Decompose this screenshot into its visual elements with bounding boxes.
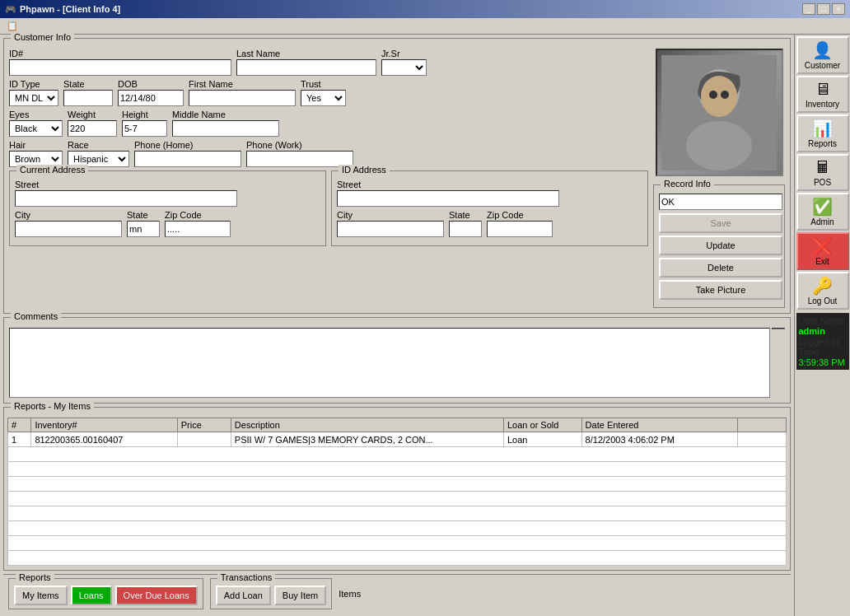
col-extra (737, 418, 786, 432)
reports-panel-title: Reports - My Items (11, 401, 94, 411)
addr-state-field: State (127, 210, 160, 237)
reports-bottom-title: Reports (16, 572, 54, 582)
scrollbar[interactable] (772, 328, 785, 329)
col-num: # (8, 418, 31, 432)
table-row[interactable]: 1 812200365.00160407 PSII W/ 7 GAMES|3 M… (8, 432, 787, 447)
id-zip-field: Zip Code (487, 210, 553, 237)
logout-sidebar-btn[interactable]: 🔑 Log Out (796, 272, 849, 310)
id-input[interactable] (9, 59, 231, 76)
record-info-panel: Record Info Save Update Delete Take Pict… (653, 184, 785, 308)
dob-field: DOB (118, 79, 184, 106)
logout-icon: 🔑 (812, 276, 833, 296)
content-area: Customer Info ID# Last Name (0, 35, 794, 616)
minimize-btn[interactable]: _ (802, 3, 815, 15)
eyes-row: Eyes Black Blue Brown Green Hazel Weight (9, 110, 648, 137)
phone-home-input[interactable] (134, 151, 241, 167)
pos-sidebar-btn[interactable]: 🖩 POS (796, 154, 849, 191)
street-field: Street (15, 180, 320, 207)
phone-home-field: Phone (Home) (134, 140, 241, 167)
cell-loan: Loan (503, 432, 581, 447)
id-street-field: Street (337, 180, 642, 207)
col-date: Date Entered (581, 418, 737, 432)
add-loan-button[interactable]: Add Loan (216, 586, 271, 605)
inventory-icon: 🖥 (815, 80, 831, 99)
cell-description: PSII W/ 7 GAMES|3 MEMORY CARDS, 2 CON... (231, 432, 503, 447)
id-zip-input[interactable] (487, 221, 553, 237)
jr-sr-field: Jr.Sr Jr Sr (381, 49, 427, 76)
id-state-input[interactable] (449, 221, 482, 237)
close-btn[interactable]: × (832, 3, 845, 15)
phone-work-input[interactable] (246, 151, 353, 167)
items-label: Items (339, 589, 361, 599)
middle-name-input[interactable] (172, 120, 279, 137)
customer-sidebar-btn[interactable]: 👤 Customer (796, 36, 849, 74)
table-row (8, 551, 787, 566)
idtype-row: ID Type MN DL State DOB (9, 79, 648, 106)
first-name-input[interactable] (189, 90, 296, 106)
loans-button[interactable]: Loans (71, 586, 112, 605)
customer-icon: 👤 (812, 40, 833, 60)
col-loan: Loan or Sold (503, 418, 581, 432)
weight-field: Weight (68, 110, 117, 137)
take-picture-button[interactable]: Take Picture (659, 280, 782, 300)
id-address-panel: ID Address Street City (331, 170, 648, 246)
id-type-select[interactable]: MN DL (9, 90, 58, 106)
id-street-input[interactable] (337, 190, 559, 207)
overdue-button[interactable]: Over Due Loans (115, 586, 198, 605)
menu-icon[interactable]: 📋 (3, 20, 21, 32)
trust-select[interactable]: Yes No (301, 90, 346, 106)
title-text: 🎮 Phpawn - [Client Info 4] (5, 4, 120, 15)
svg-point-4 (709, 91, 717, 99)
addr-state-input[interactable] (127, 221, 160, 237)
reports-sidebar-btn[interactable]: 📊 Reports (796, 114, 849, 152)
maximize-btn[interactable]: □ (817, 3, 830, 15)
buy-item-button[interactable]: Buy Item (274, 586, 326, 605)
status-input[interactable] (659, 194, 782, 210)
user-info: User Name admin Logged In Time 3:59:38 P… (799, 315, 847, 367)
last-name-input[interactable] (236, 59, 376, 76)
customer-info-title: Customer Info (11, 32, 74, 42)
comments-textarea[interactable] (9, 328, 770, 398)
menu-bar: 📋 (0, 18, 850, 35)
record-info-title: Record Info (661, 179, 714, 189)
cell-extra (737, 432, 786, 447)
action-buttons: Save Update Delete Take Picture (659, 213, 779, 302)
weight-input[interactable] (68, 120, 117, 137)
exit-icon: ❌ (812, 236, 833, 256)
comments-panel: Comments (3, 317, 791, 404)
reports-bottom-panel: Reports My Items Loans Over Due Loans (8, 578, 203, 609)
current-address-panel: Current Address Street City (9, 170, 326, 246)
table-header: # Inventory# Price Description Loan or S… (8, 418, 787, 432)
street-row: Street (15, 180, 320, 207)
customer-info-panel: Customer Info ID# Last Name (3, 38, 791, 314)
dob-input[interactable] (118, 90, 184, 106)
phone-work-field: Phone (Work) (246, 140, 353, 167)
height-input[interactable] (122, 120, 167, 137)
admin-sidebar-btn[interactable]: ✅ Admin (796, 193, 849, 231)
svg-point-3 (701, 76, 737, 117)
my-items-button[interactable]: My Items (14, 586, 68, 605)
id-street-row: Street (337, 180, 642, 207)
table-row (8, 506, 787, 521)
update-button[interactable]: Update (659, 236, 782, 255)
zip-input[interactable] (165, 221, 231, 237)
table-body: 1 812200365.00160407 PSII W/ 7 GAMES|3 M… (8, 432, 787, 566)
delete-button[interactable]: Delete (659, 258, 782, 278)
id-city-input[interactable] (337, 221, 444, 237)
photo-svg (661, 55, 777, 170)
id-address-title: ID Address (339, 165, 390, 175)
hair-row: Hair Brown Black Blonde Red Race Hi (9, 140, 648, 167)
id-type-field: ID Type MN DL (9, 79, 58, 106)
city-input[interactable] (15, 221, 122, 237)
id-field: ID# (9, 49, 231, 76)
transactions-panel: Transactions Add Loan Buy Item (210, 578, 333, 609)
jr-sr-select[interactable]: Jr Sr (381, 59, 427, 76)
exit-sidebar-btn[interactable]: ❌ Exit (796, 232, 849, 270)
eyes-select[interactable]: Black Blue Brown Green Hazel (9, 120, 63, 137)
save-button[interactable]: Save (659, 213, 782, 233)
state-input[interactable] (63, 90, 113, 106)
table-row (8, 447, 787, 462)
street-input[interactable] (15, 190, 237, 207)
inventory-sidebar-btn[interactable]: 🖥 Inventory (796, 76, 849, 113)
table-row (8, 536, 787, 551)
